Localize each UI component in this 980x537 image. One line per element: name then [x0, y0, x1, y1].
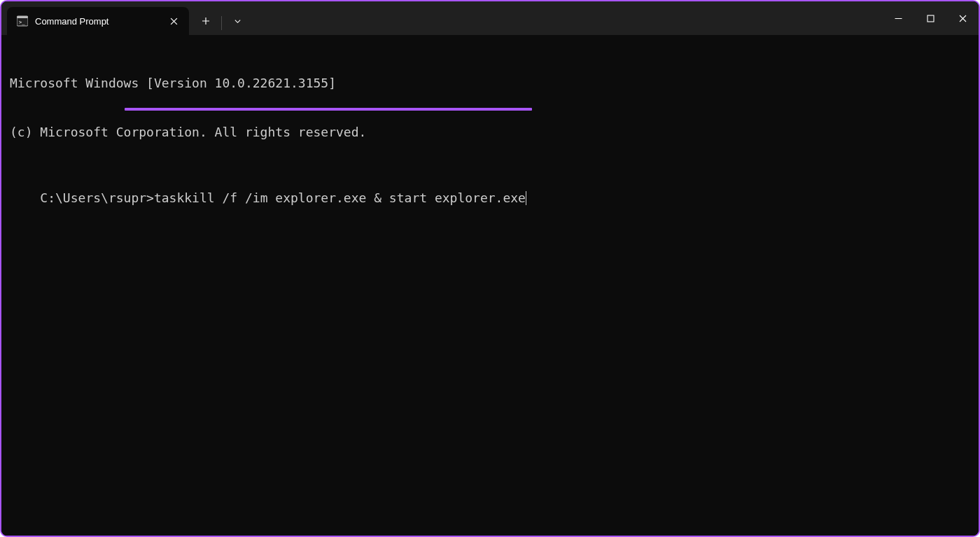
svg-text:>_: >_: [19, 20, 25, 25]
window-controls: [882, 1, 979, 35]
svg-rect-1: [17, 16, 28, 18]
svg-rect-8: [927, 15, 934, 22]
close-icon: [959, 15, 967, 22]
terminal-output-line: (c) Microsoft Corporation. All rights re…: [10, 124, 970, 140]
close-window-button[interactable]: [946, 1, 979, 35]
terminal-output-line: Microsoft Windows [Version 10.0.22621.31…: [10, 75, 970, 91]
new-tab-button[interactable]: [193, 10, 218, 32]
terminal-window: >_ Command Prompt: [0, 0, 980, 537]
terminal-body[interactable]: Microsoft Windows [Version 10.0.22621.31…: [1, 35, 979, 536]
titlebar-drag-region[interactable]: [250, 1, 882, 35]
tab-dropdown-button[interactable]: [225, 10, 250, 32]
tab-close-button[interactable]: [167, 14, 181, 28]
tab-command-prompt[interactable]: >_ Command Prompt: [7, 7, 189, 35]
minimize-button[interactable]: [882, 1, 914, 35]
cmd-icon: >_: [17, 15, 28, 27]
chevron-down-icon: [234, 18, 241, 25]
minimize-icon: [895, 15, 902, 22]
tabstrip-actions: [189, 1, 250, 35]
terminal-prompt: C:\Users\rsupr>: [40, 190, 154, 205]
maximize-icon: [927, 15, 934, 22]
tab-title: Command Prompt: [35, 16, 160, 27]
command-underline-annotation: [125, 108, 532, 111]
titlebar[interactable]: >_ Command Prompt: [1, 1, 979, 35]
plus-icon: [202, 17, 210, 25]
divider: [221, 16, 222, 30]
close-icon: [170, 18, 178, 25]
maximize-button[interactable]: [914, 1, 946, 35]
text-cursor: [526, 191, 527, 205]
terminal-command-input[interactable]: taskkill /f /im explorer.exe & start exp…: [154, 190, 526, 205]
